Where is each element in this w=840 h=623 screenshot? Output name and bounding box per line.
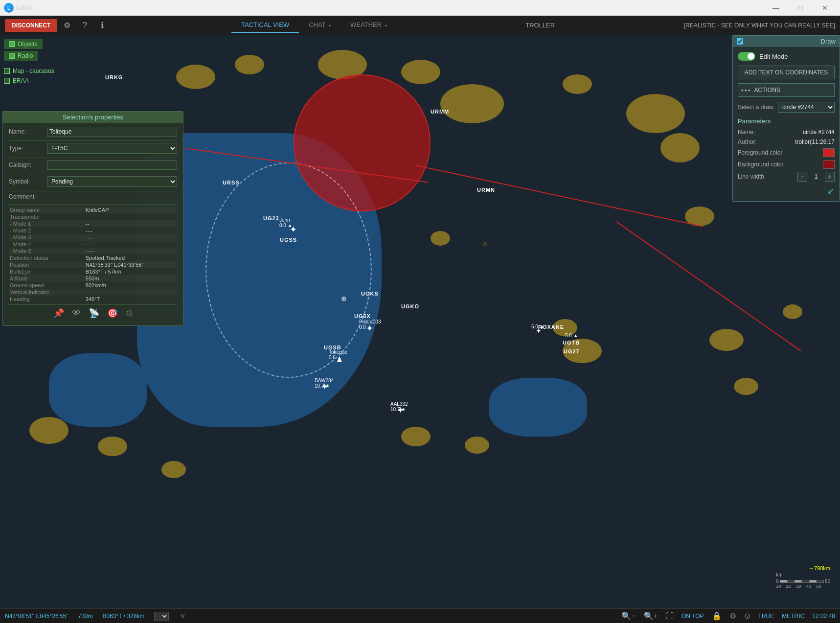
param-name-row: Name: circle #2744 bbox=[738, 129, 835, 136]
scale-km-label: km bbox=[776, 572, 830, 577]
panel-toolbar: 📌 👁 📡 🎯 ⊙ bbox=[9, 304, 177, 322]
tab-weather[interactable]: WEATHER ▾ bbox=[341, 17, 397, 33]
bearing-select[interactable] bbox=[154, 612, 169, 621]
vertical-label: Vertical indicator bbox=[9, 289, 85, 296]
scale-0: 0 bbox=[776, 578, 779, 584]
tab-tactical-view[interactable]: TACTICAL VIEW bbox=[231, 17, 299, 33]
name-input[interactable] bbox=[47, 127, 177, 137]
table-row: Vertical indicator bbox=[9, 289, 177, 296]
draw-panel-checkbox[interactable] bbox=[737, 38, 743, 45]
select-draw-select[interactable]: circle #2744 bbox=[778, 102, 835, 113]
braa-label: BRAA bbox=[13, 77, 29, 84]
circle-icon[interactable]: ⊙ bbox=[126, 308, 133, 319]
lock-icon[interactable]: 🔒 bbox=[712, 611, 722, 621]
window-controls[interactable]: — □ ✕ bbox=[765, 0, 836, 16]
param-name-label: Name: bbox=[738, 129, 800, 136]
symbol-row: Symbol: Pending bbox=[9, 176, 177, 187]
radio-toggle[interactable]: Radio bbox=[4, 51, 38, 61]
vertical-value bbox=[85, 289, 177, 296]
table-row: Detection status Spotted,Tracked bbox=[9, 254, 177, 261]
type-row: Type: F-15C bbox=[9, 143, 177, 154]
map-caucasus-label: Map - caucasus bbox=[13, 68, 54, 74]
braa-checkbox bbox=[4, 78, 10, 84]
divider-4 bbox=[9, 191, 177, 191]
foreground-color-swatch[interactable] bbox=[823, 148, 835, 157]
bullseye-value: B183°T / 57km bbox=[85, 268, 177, 275]
map-label-ugss: UGSS bbox=[280, 237, 297, 243]
on-top-label: ON TOP bbox=[681, 613, 704, 620]
mode1-label: - Mode 1 bbox=[9, 220, 85, 227]
callsign-input[interactable] bbox=[47, 160, 177, 170]
scale-n30: 30 bbox=[796, 584, 801, 589]
select-draw-row: Select a draw: circle #2744 bbox=[738, 102, 835, 113]
help-icon[interactable]: ? bbox=[77, 18, 92, 33]
settings-icon-2[interactable]: ⚙ bbox=[729, 611, 736, 621]
callsign-label: Callsign: bbox=[9, 162, 43, 168]
line-width-minus[interactable]: − bbox=[797, 172, 807, 182]
draw-panel-collapse-icon[interactable]: ↙ bbox=[827, 186, 835, 196]
scale-n20: 20 bbox=[786, 584, 791, 589]
antenna-icon[interactable]: 📡 bbox=[89, 308, 99, 319]
disconnect-button[interactable]: DISCONNECT bbox=[5, 19, 57, 32]
circle-icon-2[interactable]: ⊙ bbox=[744, 611, 750, 621]
settings-icon[interactable]: ⚙ bbox=[59, 18, 75, 33]
target-icon[interactable]: 🎯 bbox=[107, 308, 118, 319]
coords-display: N43°08'51" E045°26'55" bbox=[5, 613, 68, 620]
param-name-value: circle #2744 bbox=[803, 129, 835, 136]
table-row: - Mode 3 ---- bbox=[9, 234, 177, 241]
close-button[interactable]: ✕ bbox=[814, 0, 836, 16]
city-blob bbox=[734, 378, 758, 395]
pin-icon[interactable]: 📌 bbox=[53, 308, 64, 319]
scale-seg-2 bbox=[787, 580, 795, 583]
map-caucasus-toggle[interactable]: Map - caucasus bbox=[4, 67, 182, 75]
table-row: Group name KnifeCAP bbox=[9, 207, 177, 213]
actions-button[interactable]: ●●● ACTIONS bbox=[738, 83, 835, 97]
objects-toggle[interactable]: Objects bbox=[4, 39, 43, 49]
mode1-value: -- bbox=[85, 220, 177, 227]
city-blob bbox=[660, 133, 700, 162]
troller-button[interactable]: TROLLER bbox=[518, 18, 563, 33]
map-label-urmn: URMN bbox=[477, 187, 495, 193]
map-label-urmm: URMM bbox=[431, 109, 449, 115]
mode3-label: - Mode 3 bbox=[9, 234, 85, 241]
warning-icon: ⚠ bbox=[482, 241, 488, 248]
edit-mode-toggle[interactable] bbox=[738, 52, 755, 61]
minimize-button[interactable]: — bbox=[765, 0, 787, 16]
scale-seg-6 bbox=[817, 580, 824, 583]
info-icon[interactable]: ℹ bbox=[94, 18, 110, 33]
name-row: Name: bbox=[9, 127, 177, 137]
scale-numbers: 10 20 30 40 50 bbox=[776, 584, 821, 589]
map-label-ug5x: UG5X bbox=[354, 313, 371, 319]
name-label: Name: bbox=[9, 128, 43, 135]
maximize-button[interactable]: □ bbox=[789, 0, 812, 16]
city-blob bbox=[98, 437, 127, 456]
altitude-display: 730m bbox=[78, 613, 92, 620]
symbol-select[interactable]: Pending bbox=[47, 176, 177, 187]
tab-chat[interactable]: CHAT ▾ bbox=[299, 17, 341, 33]
eye-icon[interactable]: 👁 bbox=[72, 308, 81, 319]
altitude-label: Altitude bbox=[9, 275, 85, 282]
fullscreen-icon[interactable]: ⛶ bbox=[666, 612, 674, 621]
line-width-plus[interactable]: + bbox=[825, 172, 835, 182]
modes-label: - Mode S bbox=[9, 248, 85, 254]
zoom-out-icon[interactable]: 🔍− bbox=[621, 611, 636, 621]
table-row: - Mode 2 ---- bbox=[9, 227, 177, 234]
map-area[interactable]: URKG URMM URMN URSS UG23 UGSS UGKS UGKO … bbox=[0, 35, 840, 608]
nav-tabs: TACTICAL VIEW CHAT ▾ WEATHER ▾ bbox=[231, 17, 397, 33]
divider-3 bbox=[9, 174, 177, 174]
status-right: 🔍− 🔍+ ⛶ ON TOP 🔒 ⚙ ⊙ TRUE METRIC 12:02:4… bbox=[621, 611, 835, 621]
braa-toggle[interactable]: BRAA bbox=[4, 76, 182, 85]
scale-seg-3 bbox=[795, 580, 802, 583]
zoom-in-icon[interactable]: 🔍+ bbox=[644, 611, 658, 621]
city-blob bbox=[783, 304, 802, 319]
scale-n40: 40 bbox=[806, 584, 811, 589]
background-color-swatch[interactable] bbox=[823, 160, 835, 169]
city-blob bbox=[29, 417, 68, 444]
scale-seg-1 bbox=[780, 580, 787, 583]
select-draw-label: Select a draw: bbox=[738, 104, 775, 111]
city-blob bbox=[465, 437, 489, 454]
add-text-button[interactable]: ADD TEXT ON COORDINATES bbox=[738, 66, 835, 79]
city-blob bbox=[401, 427, 431, 446]
type-select[interactable]: F-15C bbox=[47, 143, 177, 154]
divider-1 bbox=[9, 140, 177, 141]
